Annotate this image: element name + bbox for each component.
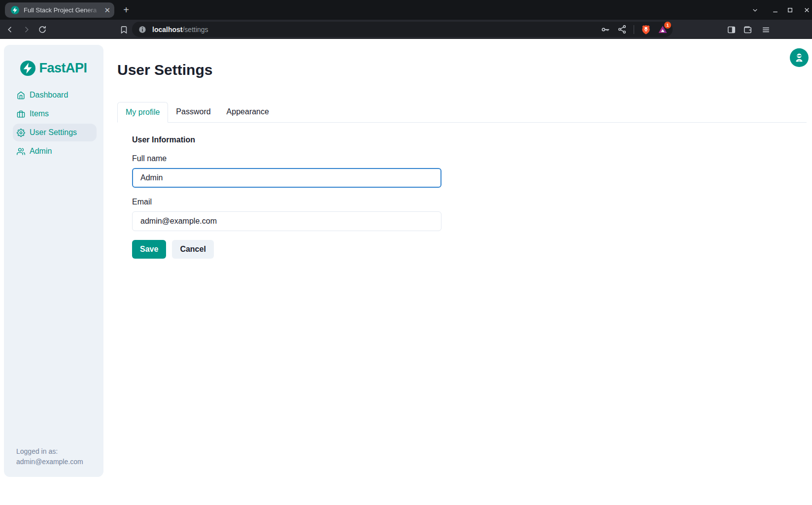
fastapi-bolt-icon	[11, 6, 19, 14]
settings-tabs: My profile Password Appearance	[117, 102, 807, 123]
logged-in-label: Logged in as:	[16, 446, 83, 457]
rewards-badge: 1	[664, 22, 671, 29]
user-menu-button[interactable]	[790, 48, 809, 67]
logo-text: FastAPI	[39, 61, 87, 76]
share-icon[interactable]	[617, 25, 627, 34]
browser-tab[interactable]: Full Stack Project Genera ✕	[5, 2, 114, 18]
page-title: User Settings	[117, 61, 807, 79]
cancel-button[interactable]: Cancel	[172, 240, 213, 259]
menu-icon[interactable]	[760, 24, 771, 35]
url-bar[interactable]: localhost/settings 1	[132, 22, 673, 37]
logged-in-email: admin@example.com	[16, 457, 83, 467]
brave-shield-icon[interactable]	[641, 25, 651, 34]
save-button[interactable]: Save	[132, 240, 166, 259]
fastapi-bolt-icon	[20, 61, 35, 76]
full-name-field[interactable]	[132, 168, 441, 188]
users-icon	[17, 147, 25, 156]
tab-title: Full Stack Project Genera	[24, 6, 102, 14]
sidebar-item-label: Items	[30, 109, 49, 118]
url-host: localhost	[152, 26, 182, 34]
bookmark-icon[interactable]	[118, 24, 129, 35]
new-tab-button[interactable]: +	[120, 4, 133, 17]
tab-appearance[interactable]: Appearance	[219, 102, 277, 123]
main-content: User Settings My profile Password Appear…	[117, 39, 807, 505]
key-icon[interactable]	[601, 25, 610, 34]
user-information-form: User Information Full name Email Save Ca…	[132, 135, 441, 259]
email-field[interactable]	[132, 211, 441, 231]
site-info-icon[interactable]	[138, 26, 146, 34]
sidebar-item-user-settings[interactable]: User Settings	[13, 124, 97, 141]
sidebar-item-label: User Settings	[30, 128, 77, 137]
sidebar-item-items[interactable]: Items	[13, 105, 97, 123]
page-content: FastAPI Dashboard Items User Settings Ad…	[0, 39, 812, 505]
email-label: Email	[132, 198, 441, 206]
reload-icon[interactable]	[37, 24, 48, 35]
sidebar-item-dashboard[interactable]: Dashboard	[13, 86, 97, 104]
window-maximize-button[interactable]	[783, 3, 797, 17]
browser-tab-strip: Full Stack Project Genera ✕ +	[0, 0, 812, 20]
tab-password[interactable]: Password	[168, 102, 218, 123]
section-title: User Information	[132, 135, 441, 144]
user-astronaut-icon	[794, 52, 805, 63]
sidebar-item-label: Admin	[30, 147, 52, 156]
divider	[634, 25, 634, 34]
sidebar-toggle-icon[interactable]	[726, 24, 737, 35]
form-actions: Save Cancel	[132, 240, 441, 259]
sidebar-nav: Dashboard Items User Settings Admin	[4, 86, 103, 160]
wallet-icon[interactable]	[742, 24, 753, 35]
window-close-button[interactable]	[800, 3, 812, 17]
window-minimize-button[interactable]	[768, 3, 782, 17]
forward-icon[interactable]	[21, 24, 32, 35]
tab-my-profile[interactable]: My profile	[117, 102, 168, 123]
brave-rewards-icon[interactable]: 1	[658, 25, 668, 34]
browser-toolbar: localhost/settings 1	[0, 20, 812, 39]
tab-close-icon[interactable]: ✕	[104, 6, 110, 14]
sidebar-item-admin[interactable]: Admin	[13, 142, 97, 160]
back-icon[interactable]	[5, 24, 16, 35]
gear-icon	[17, 129, 25, 137]
url-text: localhost/settings	[152, 26, 208, 34]
sidebar: FastAPI Dashboard Items User Settings Ad…	[4, 45, 103, 477]
logged-in-note: Logged in as: admin@example.com	[16, 446, 83, 467]
tab-search-chevron-icon[interactable]	[748, 3, 762, 17]
fastapi-logo: FastAPI	[4, 61, 103, 76]
home-icon	[17, 91, 25, 100]
sidebar-item-label: Dashboard	[30, 91, 68, 100]
full-name-label: Full name	[132, 154, 441, 163]
briefcase-icon	[17, 110, 25, 118]
url-path: /settings	[182, 26, 208, 34]
